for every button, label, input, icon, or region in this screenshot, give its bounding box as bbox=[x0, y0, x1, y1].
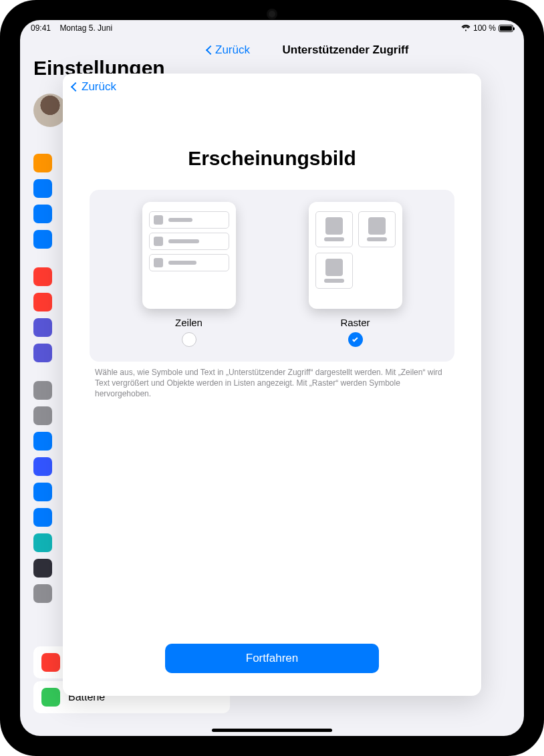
homescreen-icon[interactable] bbox=[33, 457, 52, 476]
option-grid-radio[interactable] bbox=[348, 332, 363, 347]
display-icon[interactable] bbox=[33, 432, 52, 451]
preview-grid bbox=[309, 202, 402, 309]
preview-rows bbox=[142, 202, 236, 309]
checkmark-icon bbox=[352, 336, 358, 342]
bg-back-label: Zurück bbox=[215, 43, 250, 57]
battery-settings-icon bbox=[41, 688, 60, 707]
home-indicator[interactable] bbox=[212, 729, 332, 732]
continue-label: Fortfahren bbox=[246, 652, 298, 664]
battery-icon bbox=[499, 25, 513, 32]
sound-icon[interactable] bbox=[33, 293, 52, 311]
modal-title: Erscheinungsbild bbox=[63, 147, 481, 170]
option-grid[interactable]: Raster bbox=[282, 202, 429, 347]
screen: 09:41 Montag 5. Juni 100 % Zurück Unters… bbox=[20, 20, 524, 736]
screentime-icon[interactable] bbox=[33, 344, 52, 362]
status-right: 100 % bbox=[461, 23, 513, 33]
fingerprint-icon bbox=[41, 653, 60, 672]
general-icon[interactable] bbox=[33, 381, 52, 400]
pencil-icon[interactable] bbox=[33, 584, 52, 603]
battery-percent: 100 % bbox=[473, 23, 496, 33]
modal-back-label: Zurück bbox=[82, 80, 116, 94]
continue-button[interactable]: Fortfahren bbox=[165, 644, 379, 673]
modal-navbar: Zurück bbox=[63, 74, 481, 94]
option-rows[interactable]: Zeilen bbox=[116, 202, 263, 347]
chevron-left-icon bbox=[206, 45, 215, 55]
focus-icon[interactable] bbox=[33, 318, 52, 337]
status-date: Montag 5. Juni bbox=[59, 23, 112, 33]
globe-icon[interactable] bbox=[33, 230, 52, 249]
chevron-left-icon bbox=[71, 82, 80, 92]
wifi-icon[interactable] bbox=[33, 179, 52, 198]
modal-back-button[interactable]: Zurück bbox=[72, 80, 116, 94]
appearance-caption: Wähle aus, wie Symbole und Text in „Unte… bbox=[95, 367, 449, 400]
status-bar: 09:41 Montag 5. Juni 100 % bbox=[20, 20, 524, 33]
notifications-icon[interactable] bbox=[33, 267, 52, 286]
appearance-modal: Zurück Erscheinungsbild Zeilen bbox=[63, 74, 481, 696]
multitasking-icon[interactable] bbox=[33, 483, 52, 501]
airplane-icon[interactable] bbox=[33, 154, 52, 172]
siri-icon[interactable] bbox=[33, 559, 52, 578]
bluetooth-icon[interactable] bbox=[33, 205, 52, 223]
settings-sidebar bbox=[33, 154, 60, 610]
option-rows-label: Zeilen bbox=[175, 317, 202, 328]
accessibility-icon[interactable] bbox=[33, 508, 52, 527]
option-rows-radio[interactable] bbox=[182, 332, 196, 347]
wallpaper-icon[interactable] bbox=[33, 533, 52, 552]
camera-dot bbox=[269, 11, 275, 17]
device-frame: 09:41 Montag 5. Juni 100 % Zurück Unters… bbox=[0, 0, 544, 756]
bg-nav-title: Unterstützender Zugriff bbox=[20, 43, 524, 57]
control-center-icon[interactable] bbox=[33, 406, 52, 425]
option-grid-label: Raster bbox=[340, 317, 370, 328]
status-time: 09:41 bbox=[31, 23, 51, 33]
profile-avatar[interactable] bbox=[33, 94, 67, 127]
bg-back-button[interactable]: Zurück bbox=[207, 43, 250, 57]
wifi-status-icon bbox=[461, 25, 470, 31]
appearance-options: Zeilen Raster bbox=[90, 190, 454, 362]
status-left: 09:41 Montag 5. Juni bbox=[31, 23, 112, 33]
